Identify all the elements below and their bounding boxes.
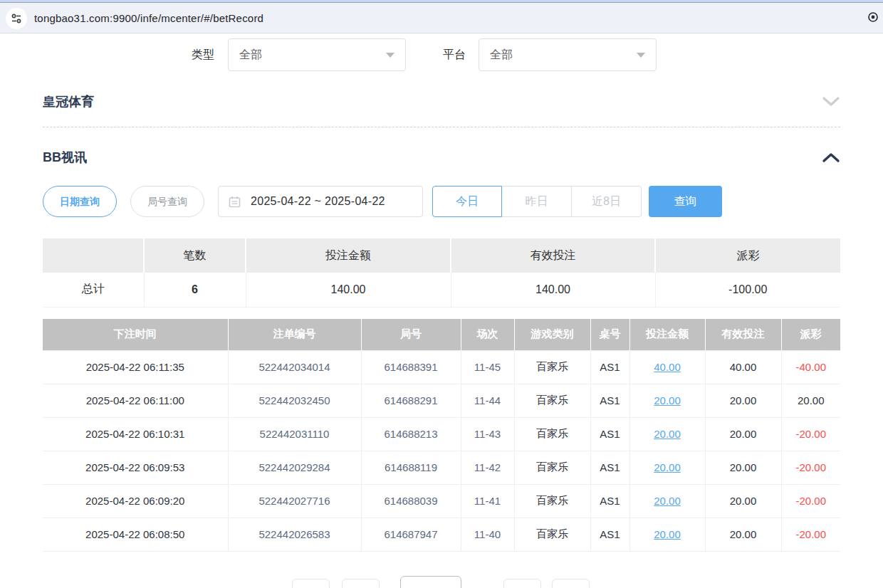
- cell-payout: -20.00: [781, 484, 840, 518]
- cell-session: 11-43: [461, 417, 514, 451]
- bet-amount-link[interactable]: 40.00: [654, 361, 681, 373]
- section-sports[interactable]: 皇冠体育: [43, 89, 840, 115]
- cell-valid: 20.00: [705, 484, 781, 518]
- date-range-value: 2025-04-22 ~ 2025-04-22: [251, 195, 385, 208]
- site-settings-icon[interactable]: [6, 8, 27, 29]
- bet-amount-link[interactable]: 20.00: [654, 428, 681, 440]
- cell-game: 百家乐: [514, 451, 590, 484]
- header-round-no: 局号: [361, 319, 461, 350]
- bet-record-page: 类型 全部 平台 全部 皇冠体育 BB视讯 日期查询 局号查询: [0, 33, 883, 588]
- cell-order: 522442031110: [228, 417, 361, 451]
- table-row: 2025-04-22 06:10:31 522442031110 6146882…: [43, 417, 840, 451]
- cell-session: 11-44: [461, 384, 514, 417]
- bet-amount-link[interactable]: 20.00: [654, 461, 681, 473]
- bet-table-header-row: 下注时间 注单编号 局号 场次 游戏类别 桌号 投注金额 有效投注 派彩: [43, 319, 840, 350]
- date-query-button[interactable]: 日期查询: [43, 186, 117, 217]
- cell-order: 522442026583: [228, 518, 361, 551]
- cell-time: 2025-04-22 06:09:53: [43, 451, 228, 484]
- url-text[interactable]: tongbao31.com:9900/infe/mcenter/#/betRec…: [34, 12, 263, 24]
- section-bb[interactable]: BB视讯: [43, 145, 840, 170]
- today-button[interactable]: 今日: [432, 186, 502, 217]
- pagination-button[interactable]: [342, 579, 380, 588]
- table-row: 2025-04-22 06:08:50 522442026583 6146879…: [43, 518, 840, 551]
- cell-game: 百家乐: [514, 484, 590, 518]
- summary-bet-value: 140.00: [246, 273, 451, 307]
- chevron-down-icon[interactable]: [822, 96, 840, 107]
- table-row: 2025-04-22 06:11:00 522442032450 6146882…: [43, 384, 840, 417]
- tune-icon: [11, 13, 22, 24]
- target-icon[interactable]: [867, 11, 879, 26]
- cell-order: 522442034014: [228, 350, 361, 384]
- tab-strip: [0, 0, 883, 3]
- cell-time: 2025-04-22 06:11:00: [43, 384, 228, 417]
- cell-table-no: AS1: [590, 350, 629, 384]
- type-filter-label: 类型: [192, 38, 214, 71]
- summary-header-count: 笔数: [144, 238, 246, 273]
- header-game-type: 游戏类别: [514, 319, 590, 350]
- chevron-down-icon: [386, 53, 395, 58]
- platform-filter-value: 全部: [490, 48, 637, 63]
- cell-game: 百家乐: [514, 384, 590, 417]
- cell-table-no: AS1: [590, 451, 629, 484]
- header-session: 场次: [461, 319, 514, 350]
- summary-header-blank: [43, 238, 144, 273]
- chevron-up-icon[interactable]: [822, 152, 840, 163]
- pagination-button[interactable]: [503, 579, 541, 588]
- summary-total-label: 总计: [43, 273, 144, 307]
- cell-round: 614688391: [361, 350, 461, 384]
- cell-session: 11-42: [461, 451, 514, 484]
- header-bet-amount: 投注金额: [629, 319, 705, 350]
- cell-valid: 40.00: [705, 350, 781, 384]
- bet-amount-link[interactable]: 20.00: [654, 495, 681, 507]
- bet-record-table: 下注时间 注单编号 局号 场次 游戏类别 桌号 投注金额 有效投注 派彩 202…: [43, 319, 840, 552]
- cell-order: 522442032450: [228, 384, 361, 417]
- cell-round: 614688213: [361, 417, 461, 451]
- cell-payout: -20.00: [781, 451, 840, 484]
- summary-total-row: 总计 6 140.00 140.00 -100.00: [43, 273, 840, 307]
- summary-header-payout: 派彩: [655, 238, 840, 273]
- browser-chrome: tongbao31.com:9900/infe/mcenter/#/betRec…: [0, 0, 883, 33]
- summary-valid-value: 140.00: [451, 273, 655, 307]
- cell-table-no: AS1: [590, 417, 629, 451]
- pagination-button[interactable]: [292, 579, 330, 588]
- last8days-button[interactable]: 近8日: [572, 186, 642, 217]
- round-query-button[interactable]: 局号查询: [130, 186, 204, 217]
- summary-header-valid: 有效投注: [451, 238, 655, 273]
- cell-payout: -20.00: [781, 417, 840, 451]
- table-row: 2025-04-22 06:09:53 522442029284 6146881…: [43, 451, 840, 484]
- quick-range-group: 今日 昨日 近8日: [432, 186, 642, 217]
- pagination-button[interactable]: [552, 579, 590, 588]
- cell-session: 11-45: [461, 350, 514, 384]
- cell-table-no: AS1: [590, 484, 629, 518]
- address-bar[interactable]: tongbao31.com:9900/infe/mcenter/#/betRec…: [0, 4, 883, 33]
- summary-table: 笔数 投注金额 有效投注 派彩 总计 6 140.00 140.00 -100.…: [43, 238, 840, 308]
- cell-time: 2025-04-22 06:08:50: [43, 518, 228, 551]
- calendar-icon: [229, 196, 241, 208]
- summary-header-bet: 投注金额: [246, 238, 451, 273]
- cell-valid: 20.00: [705, 451, 781, 484]
- bet-amount-link[interactable]: 20.00: [654, 394, 681, 406]
- cell-session: 11-41: [461, 484, 514, 518]
- cell-game: 百家乐: [514, 518, 590, 551]
- type-filter-select[interactable]: 全部: [228, 38, 406, 71]
- date-range-picker[interactable]: 2025-04-22 ~ 2025-04-22: [218, 186, 423, 217]
- bet-amount-link[interactable]: 20.00: [654, 528, 681, 540]
- section-bb-title: BB视讯: [43, 149, 87, 166]
- cell-table-no: AS1: [590, 384, 629, 417]
- cell-table-no: AS1: [590, 518, 629, 551]
- cell-payout: -40.00: [781, 350, 840, 384]
- query-toolbar: 日期查询 局号查询 2025-04-22 ~ 2025-04-22 今日 昨日 …: [43, 186, 722, 217]
- search-button[interactable]: 查询: [649, 186, 722, 217]
- section-divider: [43, 127, 840, 127]
- table-row: 2025-04-22 06:09:20 522442027716 6146880…: [43, 484, 840, 518]
- cell-game: 百家乐: [514, 417, 590, 451]
- platform-filter-label: 平台: [443, 38, 466, 71]
- summary-header-row: 笔数 投注金额 有效投注 派彩: [43, 238, 840, 273]
- cell-order: 522442027716: [228, 484, 361, 518]
- platform-filter-select[interactable]: 全部: [479, 38, 657, 71]
- cell-round: 614688119: [361, 451, 461, 484]
- header-table-no: 桌号: [590, 319, 629, 350]
- pagination-current-page[interactable]: [400, 576, 461, 588]
- yesterday-button[interactable]: 昨日: [502, 186, 572, 217]
- cell-payout: -20.00: [781, 518, 840, 551]
